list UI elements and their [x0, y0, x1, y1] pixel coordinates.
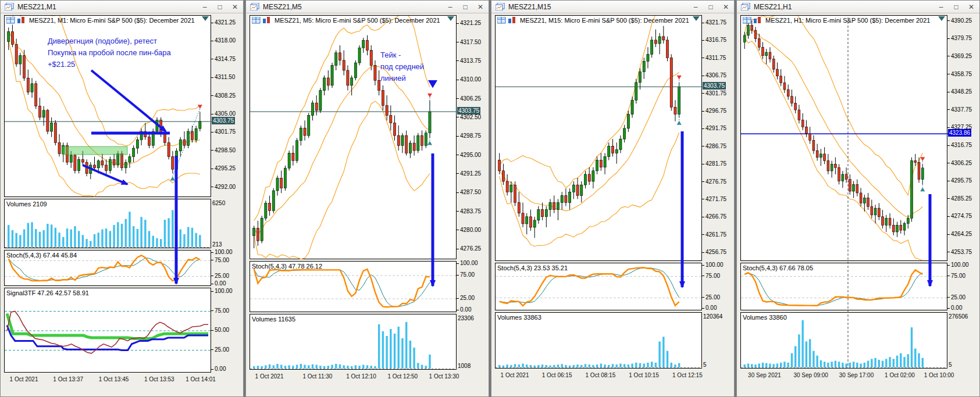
volumes-panel[interactable]: Volumes 2109	[4, 199, 211, 248]
stochastic-axis: 100.0075.0025.000.00	[457, 261, 486, 312]
volumes-label: Volumes 33860	[743, 314, 787, 321]
volumes-axis: 6250213	[211, 199, 241, 248]
maximize-button[interactable]: □	[707, 1, 715, 13]
signal3tf-label: Signal3TF 47.26 42.57 58.91	[6, 289, 89, 296]
signal3tf-panel[interactable]: Signal3TF 47.26 42.57 58.91	[4, 288, 211, 373]
minimize-button[interactable]: –	[937, 1, 945, 13]
chart-window-h1: MESZ21,H1 – □ ✕ MESZ21, H1: Micro E-mini…	[736, 0, 980, 397]
chart-window-m1: MESZ21,M1 – □ ✕ MESZ21, M1: Micro E-mini…	[0, 0, 244, 397]
chart-window-m15: MESZ21,M15 – □ ✕ MESZ21, M15: Micro E-mi…	[491, 0, 735, 397]
chart-toolbar-icons[interactable]	[6, 17, 26, 24]
maximize-button[interactable]: □	[461, 1, 469, 13]
volumes-axis: 2765065	[947, 312, 977, 369]
close-button[interactable]: ✕	[231, 1, 239, 13]
price-chart[interactable]: MESZ21, M15: Micro E-mini S&P 500 ($5): …	[495, 15, 702, 261]
chart-header: MESZ21, M15: Micro E-mini S&P 500 ($5): …	[497, 17, 689, 24]
window-title: MESZ21,M5	[263, 3, 302, 11]
close-button[interactable]: ✕	[476, 1, 484, 13]
window-titlebar[interactable]: MESZ21,H1 – □ ✕	[737, 1, 979, 13]
price-chart[interactable]: MESZ21, H1: Micro E-mini S&P 500 ($5): D…	[740, 15, 947, 261]
volumes-axis: 1203645	[702, 312, 732, 369]
chart-client-area: MESZ21, H1: Micro E-mini S&P 500 ($5): D…	[737, 13, 979, 396]
window-titlebar[interactable]: MESZ21,M1 – □ ✕	[1, 1, 243, 13]
chart-symbol-header: MESZ21, H1: Micro E-mini S&P 500 ($5): D…	[765, 17, 930, 24]
chart-client-area: MESZ21, M5: Micro E-mini S&P 500 ($5): D…	[246, 13, 489, 396]
volumes-label: Volumes 33863	[497, 314, 541, 321]
stochastic-label: Stoch(5,4,3) 47.78 26.12	[252, 263, 322, 270]
chart-window-icon	[741, 3, 750, 10]
time-axis: 1 Oct 20211 Oct 13:371 Oct 13:451 Oct 13…	[4, 374, 242, 385]
volumes-panel[interactable]: Volumes 33863	[495, 312, 702, 369]
time-axis: 30 Sep 202130 Sep 09:0030 Sep 17:001 Oct…	[740, 370, 978, 381]
price-chart[interactable]: MESZ21, M5: Micro E-mini S&P 500 ($5): D…	[250, 15, 457, 259]
stochastic-axis: 100.0075.0025.000.00	[211, 250, 241, 286]
chart-toolbar-icons[interactable]	[252, 17, 272, 24]
stochastic-axis: 100.0075.0025.000.00	[947, 263, 977, 310]
chart-client-area: MESZ21, M15: Micro E-mini S&P 500 ($5): …	[491, 13, 734, 396]
chart-window-icon	[496, 3, 505, 10]
volumes-panel[interactable]: Volumes 33860	[740, 312, 947, 369]
stochastic-panel[interactable]: Stoch(5,4,3) 67.66 78.05	[740, 263, 947, 310]
time-axis: 1 Oct 20211 Oct 11:301 Oct 12:101 Oct 12…	[250, 371, 487, 382]
chart-client-area: MESZ21, M1: Micro E-mini S&P 500 ($5): D…	[1, 13, 243, 396]
stochastic-panel[interactable]: Stoch(5,4,3) 67.44 45.84	[4, 250, 211, 286]
window-titlebar[interactable]: MESZ21,M5 – □ ✕	[246, 1, 489, 13]
chart-symbol-header: MESZ21, M1: Micro E-mini S&P 500 ($5): D…	[29, 17, 195, 24]
chart-window-m5: MESZ21,M5 – □ ✕ MESZ21, M5: Micro E-mini…	[245, 0, 489, 397]
chart-symbol-header: MESZ21, M15: Micro E-mini S&P 500 ($5): …	[520, 17, 689, 24]
close-button[interactable]: ✕	[967, 1, 975, 13]
price-axis: 4321.254318.004314.754311.504308.254305.…	[211, 15, 241, 197]
window-title: MESZ21,M1	[17, 3, 56, 11]
chart-toolbar-icons[interactable]	[497, 17, 517, 24]
stochastic-label: Stoch(5,4,3) 67.44 45.84	[6, 252, 77, 259]
chart-header: MESZ21, M5: Micro E-mini S&P 500 ($5): D…	[252, 17, 440, 24]
stochastic-axis: 100.0075.0025.000.00	[702, 263, 732, 310]
window-title: MESZ21,M15	[508, 3, 551, 11]
time-axis: 1 Oct 20211 Oct 06:151 Oct 08:151 Oct 10…	[495, 370, 733, 381]
minimize-button[interactable]: –	[201, 1, 209, 13]
annotation-text: Тейк - под средней линией	[380, 49, 424, 84]
annotation-text: Диверегнция (подобие), ретест Покупка на…	[48, 35, 171, 70]
chart-toolbar-icons[interactable]	[743, 17, 762, 24]
price-chart[interactable]: MESZ21, M1: Micro E-mini S&P 500 ($5): D…	[4, 15, 211, 197]
minimize-button[interactable]: –	[692, 1, 700, 13]
volumes-axis: 233061008	[457, 314, 486, 370]
price-axis: 4321.254317.504313.754310.004306.254302.…	[457, 15, 486, 259]
price-axis: 4390.254379.754369.254358.754348.254337.…	[947, 15, 977, 261]
chart-window-icon	[250, 3, 259, 10]
stochastic-label: Stoch(5,4,3) 23.53 35.21	[497, 264, 568, 271]
window-title: MESZ21,H1	[754, 3, 792, 11]
volumes-panel[interactable]: Volumes 11635	[250, 314, 457, 370]
chart-header: MESZ21, M1: Micro E-mini S&P 500 ($5): D…	[6, 17, 195, 24]
window-titlebar[interactable]: MESZ21,M15 – □ ✕	[491, 1, 734, 13]
signal3tf-axis: 100.0075.0050.0025.000.00	[211, 288, 241, 373]
close-button[interactable]: ✕	[722, 1, 730, 13]
stochastic-panel[interactable]: Stoch(5,4,3) 47.78 26.12	[250, 261, 457, 312]
chart-window-icon	[5, 3, 14, 10]
price-axis: 4321.754316.754311.754306.754301.754296.…	[702, 15, 732, 261]
volumes-label: Volumes 11635	[252, 316, 295, 323]
volumes-label: Volumes 2109	[6, 201, 47, 208]
chart-symbol-header: MESZ21, M5: Micro E-mini S&P 500 ($5): D…	[275, 17, 440, 24]
mdi-workspace: MESZ21,M1 – □ ✕ MESZ21, M1: Micro E-mini…	[0, 0, 980, 397]
chart-header: MESZ21, H1: Micro E-mini S&P 500 ($5): D…	[743, 17, 930, 24]
minimize-button[interactable]: –	[446, 1, 454, 13]
maximize-button[interactable]: □	[952, 1, 960, 13]
maximize-button[interactable]: □	[216, 1, 224, 13]
stochastic-label: Stoch(5,4,3) 67.66 78.05	[743, 264, 813, 271]
stochastic-panel[interactable]: Stoch(5,4,3) 23.53 35.21	[495, 263, 702, 310]
